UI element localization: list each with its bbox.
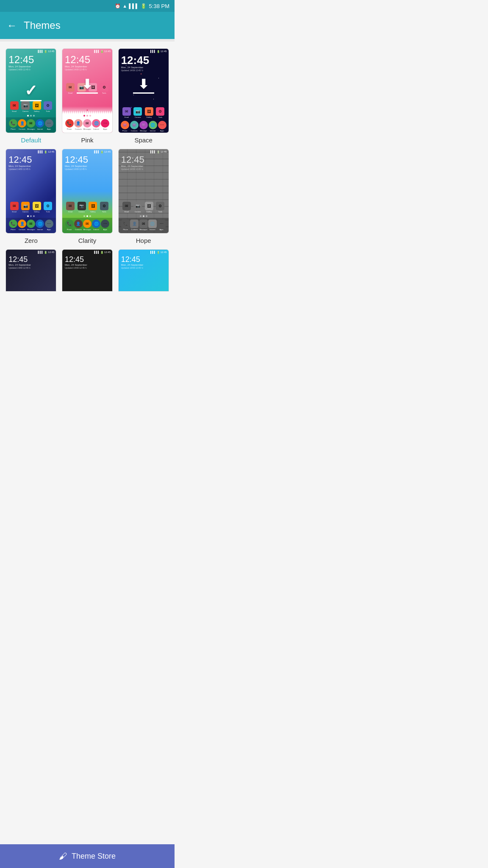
preview-statusbar-space: ▌▌▌ 🔋 12:45	[119, 49, 169, 54]
theme-item-9[interactable]: ▌▌▌ 🔋 12:45 12:45 Mon, 24 September Upda…	[117, 249, 169, 292]
preview-dock-pink: 📞 Phone 👤 Contacts ✉ Messages 🌐 Internet	[62, 117, 112, 133]
theme-preview-8: ▌▌▌ 🔋 12:45 12:45 Mon, 24 September Upda…	[62, 249, 113, 292]
preview-time-pink: 12:45	[62, 54, 112, 65]
theme-label-clarity: Clarity	[78, 237, 97, 244]
checkmark-underline	[20, 100, 42, 101]
download-overlay-pink: ⬇	[82, 77, 92, 92]
back-button[interactable]: ←	[7, 19, 17, 31]
wifi-icon: ▲	[122, 3, 127, 8]
preview-top-icons: ✉ Email 📷 Camera 🖼 Gallery ⚙ Tools	[6, 100, 56, 114]
theme-label-default: Default	[21, 136, 42, 144]
preview-screen-default: ▌▌▌ 🔋 12:45 12:45 Mon, 24 September Upda…	[6, 49, 56, 133]
theme-item-8[interactable]: ▌▌▌ 🔋 12:45 12:45 Mon, 24 September Upda…	[61, 249, 114, 292]
alarm-icon: ⏰	[115, 3, 121, 9]
themes-grid: ▌▌▌ 🔋 12:45 12:45 Mon, 24 September Upda…	[0, 42, 175, 298]
status-time: 5:38 PM	[149, 3, 169, 9]
theme-preview-pink: ▌▌▌ 🔋 12:45 12:45 Mon, 24 September Upda…	[62, 48, 113, 133]
preview-screen-space: ▌▌▌ 🔋 12:45 12:45 Mon, 24 September Upda…	[119, 49, 169, 133]
preview-time-space: 12:45	[119, 54, 169, 66]
theme-item-7[interactable]: ▌▌▌ 🔋 12:45 12:45 Mon, 24 September Upda…	[5, 249, 57, 292]
theme-item-clarity[interactable]: ▌▌▌ 🔋 12:45 12:45 Mon, 24 September Upda…	[61, 149, 114, 244]
download-underline-space	[133, 92, 154, 94]
page-title: Themes	[24, 19, 61, 31]
preview-statusbar: ▌▌▌ 🔋 12:45	[6, 49, 56, 54]
theme-preview-clarity: ▌▌▌ 🔋 12:45 12:45 Mon, 24 September Upda…	[62, 149, 113, 234]
battery-icon: 🔋	[141, 3, 147, 9]
preview-dock: 📞 Phone 👤 Contacts ✉ Messages 🌐 Internet	[6, 117, 56, 133]
icon-gallery: 🖼 Gallery	[33, 101, 41, 112]
status-icons: ⏰ ▲ ▌▌▌ 🔋	[115, 3, 146, 9]
theme-preview-7: ▌▌▌ 🔋 12:45 12:45 Mon, 24 September Upda…	[6, 249, 56, 292]
header: ← Themes	[0, 12, 175, 39]
preview-date-pink: Mon, 24 September	[62, 65, 112, 68]
preview-dots	[6, 114, 56, 117]
theme-label-zero: Zero	[25, 237, 38, 244]
preview-screen-zero: ▌▌▌ 🔋 12:45 12:45 Mon, 24 September Upda…	[6, 149, 56, 233]
icon-tools: ⚙ Tools	[44, 101, 52, 112]
preview-screen-hope: ▌▌▌ 🔋 12:45 12:45 Mon, 24 September Upda…	[119, 149, 169, 233]
theme-item-hope[interactable]: ▌▌▌ 🔋 12:45 12:45 Mon, 24 September Upda…	[117, 149, 169, 244]
preview-updated: Updated 14/09 12:45 ↻	[6, 68, 56, 71]
preview-statusbar-pink: ▌▌▌ 🔋 12:45	[62, 49, 112, 54]
preview-screen-clarity: ▌▌▌ 🔋 12:45 12:45 Mon, 24 September Upda…	[62, 149, 112, 233]
preview-updated-pink: Updated 14/09 12:45 ↻	[62, 68, 112, 71]
theme-label-pink: Pink	[81, 136, 93, 144]
download-underline-pink	[77, 92, 98, 94]
theme-preview-hope: ▌▌▌ 🔋 12:45 12:45 Mon, 24 September Upda…	[118, 149, 169, 234]
preview-dots-pink	[62, 114, 112, 117]
theme-preview-space: ▌▌▌ 🔋 12:45 12:45 Mon, 24 September Upda…	[118, 48, 169, 133]
checkmark-overlay: ✓	[25, 82, 37, 100]
theme-label-space: Space	[134, 136, 152, 144]
theme-item-default[interactable]: ▌▌▌ 🔋 12:45 12:45 Mon, 24 September Upda…	[5, 48, 57, 144]
theme-preview-default: ▌▌▌ 🔋 12:45 12:45 Mon, 24 September Upda…	[6, 48, 56, 133]
theme-preview-zero: ▌▌▌ 🔋 12:45 12:45 Mon, 24 September Upda…	[6, 149, 56, 234]
theme-item-space[interactable]: ▌▌▌ 🔋 12:45 12:45 Mon, 24 September Upda…	[117, 48, 169, 144]
status-bar: ⏰ ▲ ▌▌▌ 🔋 5:38 PM	[0, 0, 175, 12]
theme-preview-9: ▌▌▌ 🔋 12:45 12:45 Mon, 24 September Upda…	[118, 249, 169, 292]
theme-label-hope: Hope	[136, 237, 151, 244]
icon-email: ✉ Email	[10, 101, 19, 112]
theme-item-zero[interactable]: ▌▌▌ 🔋 12:45 12:45 Mon, 24 September Upda…	[5, 149, 57, 244]
preview-date: Mon, 24 September	[6, 65, 56, 68]
preview-time: 12:45	[6, 54, 56, 65]
icon-camera: 📷 Camera	[21, 101, 30, 112]
signal-icon: ▌▌▌	[129, 3, 139, 8]
theme-item-pink[interactable]: ▌▌▌ 🔋 12:45 12:45 Mon, 24 September Upda…	[61, 48, 114, 144]
download-overlay-space: ⬇	[138, 77, 149, 92]
bottom-spacer	[0, 298, 175, 329]
preview-screen-pink: ▌▌▌ 🔋 12:45 12:45 Mon, 24 September Upda…	[62, 49, 112, 133]
